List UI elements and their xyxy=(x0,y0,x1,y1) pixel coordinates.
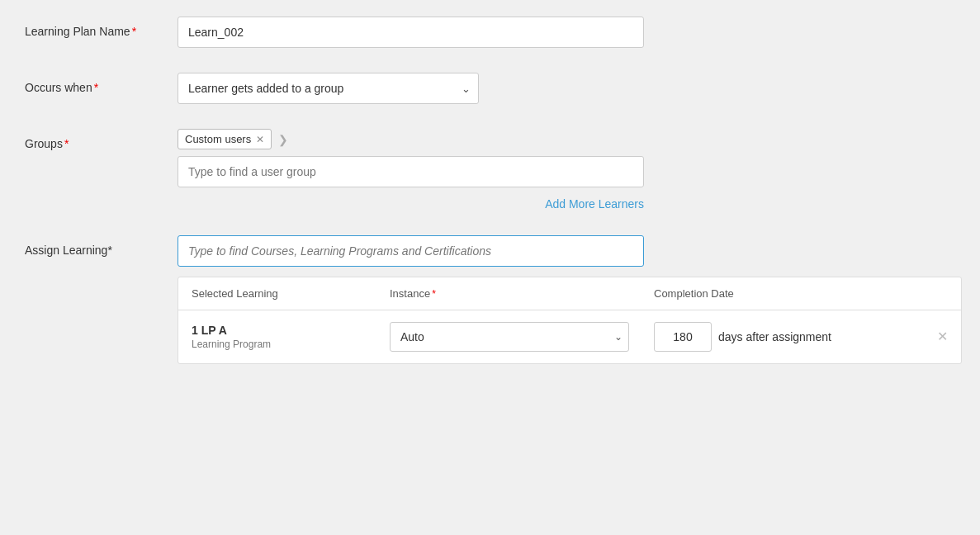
instance-col: Auto ⌄ xyxy=(390,322,654,352)
learning-plan-name-label: Learning Plan Name* xyxy=(25,17,178,38)
assign-learning-control: Selected Learning Instance* Completion D… xyxy=(178,235,962,364)
occurs-when-control: Learner gets added to a group ⌄ xyxy=(178,73,955,104)
group-tag-arrow-icon: ❯ xyxy=(278,133,288,146)
learning-plan-name-row: Learning Plan Name* xyxy=(25,17,955,48)
instance-required-star: * xyxy=(432,288,436,300)
group-tag-custom-users: Custom users ✕ xyxy=(178,129,272,149)
selected-learning-table: Selected Learning Instance* Completion D… xyxy=(178,277,962,364)
required-star-2: * xyxy=(94,81,98,94)
completion-area: days after assignment ✕ xyxy=(654,322,948,352)
instance-select[interactable]: Auto xyxy=(390,322,629,352)
groups-control: Custom users ✕ ❯ Add More Learners xyxy=(178,129,955,211)
learning-plan-name-input[interactable] xyxy=(178,17,644,48)
learning-item-type: Learning Program xyxy=(192,339,390,350)
table-header: Selected Learning Instance* Completion D… xyxy=(178,277,961,310)
days-after-label: days after assignment xyxy=(718,330,831,343)
col-header-selected-learning: Selected Learning xyxy=(192,287,390,300)
assign-learning-row: Assign Learning* Selected Learning Insta… xyxy=(25,235,955,364)
occurs-when-select-wrapper: Learner gets added to a group ⌄ xyxy=(178,73,479,104)
learning-item-name: 1 LP A xyxy=(192,324,390,337)
remove-row-button[interactable]: ✕ xyxy=(937,330,948,343)
required-star-3: * xyxy=(64,137,69,150)
table-row: 1 LP A Learning Program Auto ⌄ da xyxy=(178,310,961,363)
required-star: * xyxy=(132,25,136,38)
col-header-completion: Completion Date xyxy=(654,287,948,300)
page-container: Learning Plan Name* Occurs when* Learner… xyxy=(0,0,980,535)
assign-learning-search-input[interactable] xyxy=(178,235,644,267)
groups-tags-row: Custom users ✕ ❯ xyxy=(178,129,955,149)
occurs-when-row: Occurs when* Learner gets added to a gro… xyxy=(25,73,955,104)
groups-label: Groups* xyxy=(25,129,178,150)
group-search-input[interactable] xyxy=(178,156,644,187)
add-more-learners-link[interactable]: Add More Learners xyxy=(178,194,644,211)
occurs-when-label: Occurs when* xyxy=(25,73,178,94)
col-header-instance: Instance* xyxy=(390,287,654,300)
learning-item-info: 1 LP A Learning Program xyxy=(192,324,390,350)
group-tag-close-icon[interactable]: ✕ xyxy=(256,135,264,144)
groups-row: Groups* Custom users ✕ ❯ Add More Learne… xyxy=(25,129,955,211)
groups-area: Custom users ✕ ❯ Add More Learners xyxy=(178,129,955,211)
completion-days-input[interactable] xyxy=(654,322,712,352)
occurs-when-select[interactable]: Learner gets added to a group xyxy=(178,73,479,104)
learning-plan-name-control xyxy=(178,17,955,48)
assign-learning-label: Assign Learning* xyxy=(25,235,178,257)
instance-select-wrapper: Auto ⌄ xyxy=(390,322,629,352)
group-tag-label: Custom users xyxy=(185,133,251,145)
